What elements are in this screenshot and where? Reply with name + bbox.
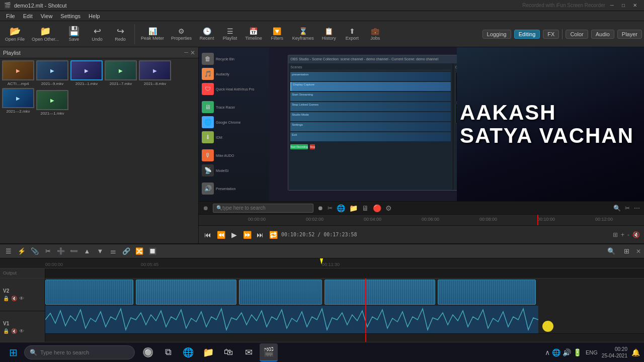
minimize-btn[interactable]: ─ [607, 3, 617, 8]
zoom-out-btn[interactable]: - [627, 231, 629, 238]
preview-ctrl-2[interactable]: ✂ [328, 205, 333, 212]
preview-search-input-wrapper[interactable]: 🔍 [213, 204, 313, 213]
notifications-icon[interactable]: 🔔 [631, 348, 640, 356]
v2-clip-4[interactable]: 2021-04-19 19-38-21.mkv [325, 280, 435, 305]
audio-btn[interactable]: Audio [591, 30, 614, 39]
menu-view[interactable]: View [37, 12, 57, 20]
playlist-item-3[interactable]: ▶ 2021--7.mkv [105, 60, 137, 86]
timeline-razor-btn[interactable]: ✂ [42, 246, 53, 257]
tray-sound[interactable]: 🔊 [562, 348, 571, 356]
start-button[interactable]: ⊞ [4, 343, 22, 361]
v1-lock-btn[interactable]: 🔒 [3, 328, 9, 334]
menu-file[interactable]: File [2, 12, 19, 20]
v2-clip-1[interactable]: 2021-04-19 19-13-4... [45, 280, 133, 305]
taskbar-clock[interactable]: 00:20 25-04-2021 [602, 346, 627, 359]
timeline-split-btn[interactable]: ⚌ [108, 246, 119, 257]
preview-ctrl-browser[interactable]: 🌐 [337, 204, 345, 212]
v2-clip-3[interactable]: 2021-04-19 19-... [239, 280, 322, 305]
preview-search-input[interactable] [222, 205, 310, 211]
taskbar-search-input[interactable] [40, 349, 129, 355]
taskbar-task-view[interactable]: ⧉ [159, 343, 177, 361]
playlist-item-6[interactable]: ▶ 2021---1.mkv [36, 90, 68, 116]
history-btn[interactable]: 📋 History [318, 22, 340, 46]
prev-frame-btn[interactable]: ⏪ [216, 230, 226, 240]
playlist-btn[interactable]: ☰ Playlist [219, 22, 241, 46]
taskbar-search-box[interactable]: 🔍 [24, 345, 135, 359]
properties-btn[interactable]: ⚙ Properties [168, 22, 195, 46]
color-btn[interactable]: Color [566, 30, 588, 39]
mute-btn[interactable]: 🔇 [632, 231, 640, 238]
undo-btn[interactable]: ↩ Undo [86, 22, 108, 46]
preview-snip[interactable]: ✂ [625, 205, 630, 212]
close-btn[interactable]: ✕ [630, 3, 640, 8]
v1-mute-btn[interactable]: 🔇 [11, 328, 17, 334]
obs-stop-btn[interactable]: Stop [310, 144, 315, 149]
editing-btn[interactable]: Editing [514, 30, 540, 39]
export-btn[interactable]: ⬆ Export [341, 22, 363, 46]
playlist-item-0[interactable]: ▶ ACTI....mp4 [2, 60, 34, 86]
playlist-close-icon[interactable]: ✕ [190, 49, 195, 56]
playlist-item-1[interactable]: ▶ 2021--9.mkv [36, 60, 68, 86]
tray-network[interactable]: 🌐 [552, 348, 560, 356]
taskbar-shotcut[interactable]: 🎬 [260, 343, 278, 361]
open-file-btn[interactable]: 📂 Open File [2, 22, 28, 46]
preview-more[interactable]: ⋯ [634, 205, 640, 212]
timeline-remove-btn[interactable]: ➖ [68, 246, 79, 257]
play-btn[interactable]: ▶ [229, 230, 239, 240]
player-btn[interactable]: Player [617, 30, 642, 39]
menu-edit[interactable]: Edit [19, 12, 37, 20]
preview-ctrl-1[interactable]: ⏺ [317, 205, 324, 212]
filters-btn[interactable]: 🔽 Filters [266, 22, 288, 46]
redo-btn[interactable]: ↪ Redo [109, 22, 131, 46]
grid-view-btn[interactable]: ⊞ [613, 231, 618, 238]
peak-meter-btn[interactable]: 📊 Peak Meter [138, 22, 167, 46]
maximize-btn[interactable]: □ [619, 3, 628, 8]
v2-eye-btn[interactable]: 👁 [19, 296, 24, 301]
v2-clip-2[interactable]: 2021-04-19 19-38-21.mkv [136, 280, 236, 305]
taskbar-store[interactable]: 🛍 [219, 343, 237, 361]
obs-scene-4[interactable]: Stop Linked Games [290, 102, 450, 111]
jobs-btn[interactable]: 💼 Jobs [364, 22, 386, 46]
preview-ctrl-record[interactable]: 🔴 [373, 204, 381, 212]
timeline-up-btn[interactable]: ▲ [82, 246, 93, 257]
timeline-add-btn[interactable]: ➕ [55, 246, 66, 257]
timeline-link-btn[interactable]: 🔗 [121, 246, 132, 257]
v2-clip-5[interactable]: 2021-04-19 19-38-21.mkv [438, 280, 536, 305]
obs-scene-2[interactable]: Display Capture [290, 82, 450, 91]
menu-settings[interactable]: Settings [56, 12, 85, 20]
obs-scene-5[interactable]: Studio Mode [290, 112, 450, 121]
zoom-icon[interactable]: 🔍 [613, 205, 621, 212]
logging-btn[interactable]: Logging [482, 30, 511, 39]
timeline-close[interactable]: ✕ [636, 248, 641, 255]
timeline-snap-btn[interactable]: ⚡ [16, 246, 27, 257]
goto-end-btn[interactable]: ⏭ [255, 230, 265, 240]
obs-scene-3[interactable]: Start Streaming [290, 92, 450, 101]
v1-eye-btn[interactable]: 👁 [19, 328, 24, 334]
timeline-ripple2-btn[interactable]: 🔀 [134, 246, 145, 257]
menu-help[interactable]: Help [85, 12, 104, 20]
zoom-timeline-out[interactable]: 🔍 [606, 246, 617, 257]
obs-scene-6[interactable]: Settings [290, 122, 450, 131]
zoom-in-btn[interactable]: + [621, 231, 624, 238]
v2-lock-btn[interactable]: 🔒 [3, 296, 9, 301]
next-frame-btn[interactable]: ⏩ [242, 230, 252, 240]
taskbar-edge[interactable]: 🌐 [179, 343, 197, 361]
recent-btn[interactable]: 🕒 Recent [196, 22, 218, 46]
timeline-down-btn[interactable]: ▼ [95, 246, 106, 257]
taskbar-cortana[interactable]: 🔘 [139, 343, 157, 361]
playlist-item-2[interactable]: ▶ 2021--1.mkv [70, 60, 103, 86]
preview-ctrl-monitor[interactable]: 🖥 [362, 204, 369, 212]
timeline-magnet-btn[interactable]: 🔲 [147, 246, 158, 257]
playlist-minimize-icon[interactable]: ─ [184, 49, 188, 56]
save-btn[interactable]: 💾 Save [63, 22, 85, 46]
timeline-menu-btn[interactable]: ☰ [3, 246, 14, 257]
obs-start-btn[interactable]: Start Recording [290, 144, 308, 149]
taskbar-explorer[interactable]: 📁 [199, 343, 217, 361]
loop-btn[interactable]: 🔁 [268, 230, 278, 240]
tray-chevron[interactable]: ∧ [545, 348, 550, 356]
preview-ctrl-settings[interactable]: ⚙ [385, 204, 392, 212]
timeline-ripple-btn[interactable]: 📎 [29, 246, 40, 257]
track-playhead[interactable] [365, 279, 366, 333]
playhead-marker[interactable] [537, 215, 538, 225]
v2-mute-btn[interactable]: 🔇 [11, 296, 17, 301]
